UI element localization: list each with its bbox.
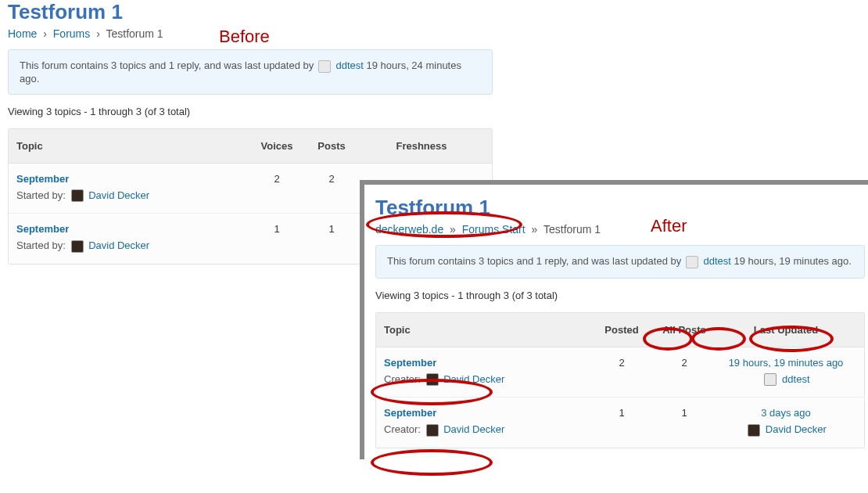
avatar-icon <box>71 189 84 202</box>
breadcrumb-separator: » <box>532 223 538 236</box>
notice-time: 19 hours, 19 minutes ago. <box>734 255 852 267</box>
breadcrumb-forums[interactable]: Forums <box>53 27 90 40</box>
topic-link[interactable]: September <box>384 357 436 369</box>
forum-notice: This forum contains 3 topics and 1 reply… <box>375 245 865 279</box>
col-header-allposts: All Posts <box>653 324 716 336</box>
after-label: After <box>651 216 687 236</box>
cell-updated: 3 days ago David Decker <box>716 407 856 437</box>
author-link[interactable]: David Decker <box>88 239 149 251</box>
avatar-icon <box>764 373 777 386</box>
avatar-icon <box>686 256 698 268</box>
cell-posted: 1 <box>590 407 653 419</box>
breadcrumb-current: Testforum 1 <box>106 27 163 40</box>
table-row: September Creator: David Decker 2 2 19 h… <box>376 347 864 398</box>
notice-user-link[interactable]: ddtest <box>336 59 364 71</box>
updated-user-link[interactable]: David Decker <box>766 423 827 435</box>
author-link[interactable]: David Decker <box>443 373 504 385</box>
author-link[interactable]: David Decker <box>88 189 149 201</box>
cell-posted: 2 <box>590 357 653 369</box>
topic-link[interactable]: September <box>16 223 69 235</box>
forum-notice: This forum contains 3 topics and 1 reply… <box>8 49 493 95</box>
before-label: Before <box>219 27 270 47</box>
viewing-summary: Viewing 3 topics - 1 through 3 (of 3 tot… <box>375 290 865 301</box>
page-title: Testforum 1 <box>8 0 493 24</box>
started-by-label: Started by: <box>16 189 66 201</box>
topics-table: Topic Posted All Posts Last Updated Sept… <box>375 312 865 448</box>
cell-allposts: 1 <box>653 407 716 419</box>
col-header-posts: Posts <box>304 140 359 152</box>
avatar-icon <box>426 373 439 386</box>
breadcrumb-separator: › <box>96 27 100 40</box>
cell-voices: 2 <box>249 173 304 185</box>
page-title: Testforum 1 <box>375 196 865 220</box>
breadcrumb-current: Testforum 1 <box>543 223 601 236</box>
col-header-voices: Voices <box>249 140 304 152</box>
col-header-freshness: Freshness <box>359 140 484 152</box>
updated-time-link[interactable]: 3 days ago <box>761 407 811 419</box>
cell-posts: 2 <box>304 173 359 185</box>
col-header-topic: Topic <box>384 324 590 336</box>
after-panel: Testforum 1 deckerweb.de » Forums Start … <box>360 180 868 459</box>
cell-voices: 1 <box>249 223 304 235</box>
avatar-icon <box>71 240 84 253</box>
breadcrumb-home[interactable]: deckerweb.de <box>375 223 443 236</box>
breadcrumb-forums[interactable]: Forums Start <box>462 223 525 236</box>
table-header-row: Topic Voices Posts Freshness <box>9 129 492 164</box>
cell-allposts: 2 <box>653 357 716 369</box>
topic-link[interactable]: September <box>16 173 69 185</box>
notice-user-link[interactable]: ddtest <box>704 255 731 267</box>
breadcrumb: deckerweb.de » Forums Start » Testforum … <box>375 223 865 236</box>
cell-posts: 1 <box>304 223 359 235</box>
cell-updated: 19 hours, 19 minutes ago ddtest <box>716 357 856 387</box>
topic-link[interactable]: September <box>384 407 436 419</box>
notice-text: This forum contains 3 topics and 1 reply… <box>20 59 314 71</box>
started-by-label: Started by: <box>16 239 66 251</box>
breadcrumb-separator: › <box>43 27 47 40</box>
updated-time-link[interactable]: 19 hours, 19 minutes ago <box>729 357 844 369</box>
breadcrumb-separator: » <box>450 223 456 236</box>
col-header-topic: Topic <box>16 140 249 152</box>
creator-label: Creator: <box>384 373 421 385</box>
avatar-icon <box>426 424 439 437</box>
updated-user-link[interactable]: ddtest <box>782 373 809 385</box>
col-header-posted: Posted <box>590 324 653 336</box>
author-link[interactable]: David Decker <box>443 423 504 435</box>
notice-text: This forum contains 3 topics and 1 reply… <box>387 255 681 267</box>
avatar-icon <box>748 424 760 437</box>
creator-label: Creator: <box>384 423 421 435</box>
breadcrumb-home[interactable]: Home <box>8 27 37 40</box>
viewing-summary: Viewing 3 topics - 1 through 3 (of 3 tot… <box>8 106 493 117</box>
table-header-row: Topic Posted All Posts Last Updated <box>376 313 864 347</box>
avatar-icon <box>318 60 331 73</box>
table-row: September Creator: David Decker 1 1 3 da… <box>376 398 864 448</box>
col-header-updated: Last Updated <box>716 324 856 336</box>
